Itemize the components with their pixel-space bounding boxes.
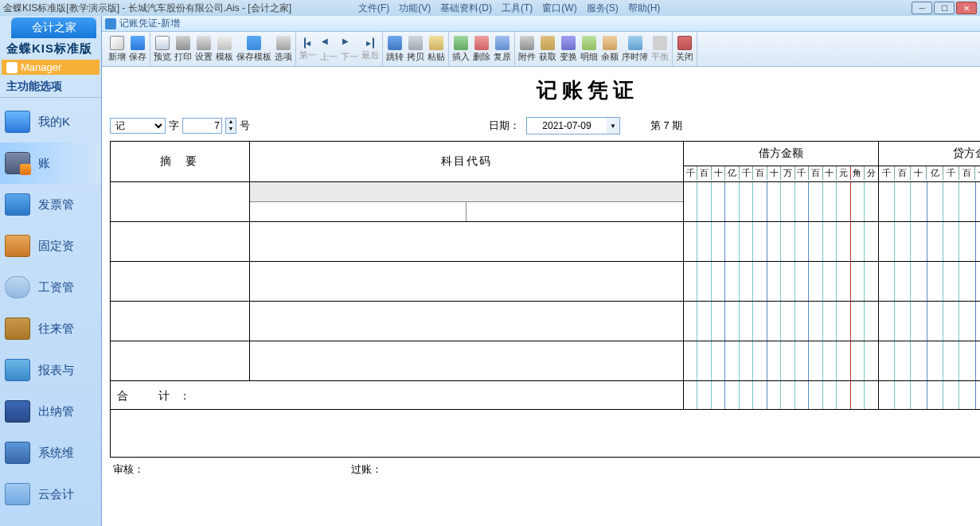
seq-icon [628, 36, 642, 50]
toolbar-跳转[interactable]: 跳转 [385, 36, 405, 63]
sidebar: 会计之家 金蝶KIS标准版 Manager 主功能选项 我的K账发票管固定资工资… [0, 16, 102, 526]
summary-cell[interactable] [111, 341, 250, 380]
credit-cell[interactable] [879, 182, 981, 221]
debit-cell[interactable] [684, 182, 879, 221]
date-input[interactable] [527, 118, 607, 134]
toolbar-拷贝[interactable]: 拷贝 [405, 36, 426, 63]
sidebar-item[interactable]: 往来管 [0, 308, 101, 349]
code-input-bl[interactable] [250, 202, 467, 221]
toolbar-新增[interactable]: 新增 [107, 36, 127, 63]
number-spinner[interactable]: ▲▼ [225, 118, 236, 134]
toolbar-预览[interactable]: 预览 [152, 36, 173, 63]
table-row [111, 341, 980, 380]
sidebar-item[interactable]: 我的K [0, 101, 101, 142]
table-header: 摘要 科目代码 借方金额 千百十亿千百十万千百十元角分 贷方金额 千百十亿千百十… [111, 142, 980, 181]
toolbar-打印[interactable]: 打印 [173, 36, 193, 63]
toolbar-模板[interactable]: 模板 [214, 36, 235, 63]
tplsv-icon [247, 36, 261, 50]
toolbar-保存模板[interactable]: 保存模板 [235, 36, 273, 63]
first-icon [304, 37, 312, 49]
menu-item[interactable]: 窗口(W) [539, 2, 580, 15]
toolbar-上一[interactable]: 上一 [318, 36, 339, 63]
sidebar-menu-title: 主功能选项 [0, 76, 101, 98]
eq-icon [653, 36, 667, 50]
voucher-type-select[interactable]: 记 [110, 118, 166, 134]
menu-item[interactable]: 文件(F) [355, 2, 392, 15]
sidebar-items: 我的K账发票管固定资工资管往来管报表与出纳管系统维云会计 [0, 98, 101, 515]
sidebar-item[interactable]: 账 [0, 142, 101, 184]
total-label: 合 计： [111, 381, 684, 409]
debit-cell[interactable] [684, 302, 879, 341]
sidebar-item-label: 报表与 [38, 363, 74, 378]
toolbar-复原[interactable]: 复原 [492, 36, 513, 63]
unit-cell: 千 [879, 166, 895, 180]
toolbar-粘贴[interactable]: 粘贴 [426, 36, 447, 63]
toolbar-下一[interactable]: 下一 [339, 36, 360, 63]
code-cell[interactable] [250, 302, 684, 341]
sidebar-item[interactable]: 报表与 [0, 349, 101, 391]
toolbar-删除[interactable]: 删除 [471, 36, 492, 63]
sidebar-item[interactable]: 固定资 [0, 225, 101, 267]
debit-cell[interactable] [684, 341, 879, 380]
date-picker-button[interactable]: ▼ [607, 118, 619, 134]
credit-cell[interactable] [879, 262, 981, 301]
toolbar-变换[interactable]: 变换 [558, 36, 579, 63]
toolbar-关闭[interactable]: 关闭 [674, 36, 695, 63]
sidebar-item[interactable]: 出纳管 [0, 391, 101, 432]
sidebar-tab[interactable]: 会计之家 [11, 18, 96, 38]
summary-cell[interactable] [111, 222, 250, 261]
summary-cell[interactable] [111, 182, 250, 221]
credit-cell[interactable] [879, 222, 981, 261]
maximize-button[interactable]: ☐ [934, 2, 955, 14]
unit-cell: 百 [959, 166, 975, 180]
toolbar-选项[interactable]: 选项 [273, 36, 294, 63]
col-header-summary: 摘要 [111, 142, 250, 181]
voucher-number-input[interactable] [182, 118, 222, 134]
prev-icon [155, 36, 170, 50]
unit-cell: 分 [865, 166, 877, 180]
menu-item[interactable]: 基础资料(D) [437, 2, 495, 15]
code-cell[interactable] [250, 262, 684, 301]
sidebar-item[interactable]: 系统维 [0, 432, 101, 473]
toolbar: 新增保存预览打印设置模板保存模板选项第一上一下一最后跳转拷贝粘贴插入删除复原附件… [102, 32, 980, 67]
menu-item[interactable]: 功能(V) [396, 2, 434, 15]
print-icon [176, 36, 190, 50]
summary-cell[interactable] [111, 302, 250, 341]
code-cell[interactable] [250, 182, 684, 221]
menu-item[interactable]: 帮助(H) [625, 2, 664, 15]
table-row [111, 301, 980, 341]
toolbar-平衡[interactable]: 平衡 [650, 36, 670, 63]
toolbar-余额[interactable]: 余额 [599, 36, 620, 63]
toolbar-最后[interactable]: 最后 [360, 37, 381, 61]
menu-item[interactable]: 工具(T) [498, 2, 536, 15]
summary-cell[interactable] [111, 262, 250, 301]
toolbar-设置[interactable]: 设置 [193, 36, 214, 63]
code-cell[interactable] [250, 222, 684, 261]
toolbar-序时簿[interactable]: 序时簿 [620, 36, 650, 63]
code-input-top[interactable] [250, 182, 683, 202]
credit-cell[interactable] [879, 341, 981, 380]
sidebar-item[interactable]: 工资管 [0, 267, 101, 308]
sidebar-item[interactable]: 发票管 [0, 184, 101, 225]
code-cell[interactable] [250, 341, 684, 380]
close-button[interactable]: ✕ [956, 2, 977, 14]
toolbar-附件[interactable]: 附件 [517, 36, 537, 63]
credit-cell[interactable] [879, 302, 981, 341]
debit-cell[interactable] [684, 262, 879, 301]
bal-icon [603, 36, 617, 50]
ins-icon [454, 36, 468, 50]
unit-cell: 元 [837, 166, 850, 180]
sub-window-icon [105, 18, 116, 29]
debit-cell[interactable] [684, 222, 879, 261]
toolbar-明细[interactable]: 明细 [579, 36, 599, 63]
table-total-row: 合 计： [111, 380, 980, 409]
toolbar-获取[interactable]: 获取 [537, 36, 558, 63]
toolbar-保存[interactable]: 保存 [127, 36, 148, 63]
toolbar-插入[interactable]: 插入 [451, 36, 471, 63]
sidebar-item[interactable]: 云会计 [0, 473, 101, 515]
toolbar-第一[interactable]: 第一 [298, 37, 318, 61]
type-suffix: 字 [169, 119, 179, 133]
code-input-br[interactable] [467, 202, 683, 221]
menu-item[interactable]: 服务(S) [584, 2, 622, 15]
minimize-button[interactable]: ─ [912, 2, 932, 14]
